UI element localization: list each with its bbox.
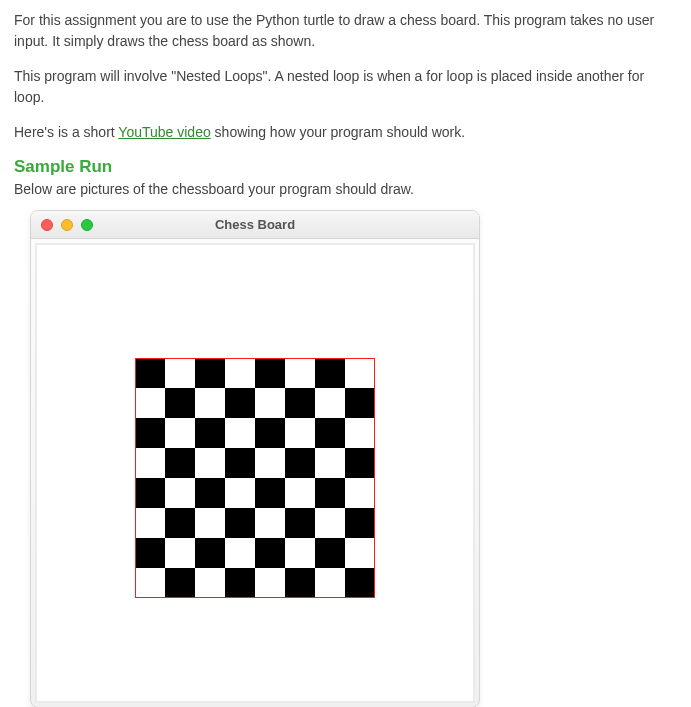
- board-square: [135, 568, 165, 598]
- p3-text-b: showing how your program should work.: [211, 124, 465, 140]
- board-square: [345, 388, 375, 418]
- board-square: [225, 418, 255, 448]
- board-square: [315, 478, 345, 508]
- board-square: [225, 568, 255, 598]
- board-square: [315, 508, 345, 538]
- board-square: [255, 358, 285, 388]
- board-square: [345, 418, 375, 448]
- board-square: [135, 478, 165, 508]
- board-square: [285, 448, 315, 478]
- board-square: [195, 388, 225, 418]
- board-square: [255, 388, 285, 418]
- board-square: [255, 478, 285, 508]
- board-square: [315, 418, 345, 448]
- maximize-icon[interactable]: [81, 219, 93, 231]
- board-square: [255, 568, 285, 598]
- board-square: [195, 448, 225, 478]
- board-square: [225, 538, 255, 568]
- board-square: [195, 508, 225, 538]
- board-square: [195, 358, 225, 388]
- intro-paragraph-3: Here's is a short YouTube video showing …: [14, 122, 677, 143]
- board-square: [255, 448, 285, 478]
- board-square: [195, 478, 225, 508]
- board-square: [345, 538, 375, 568]
- board-square: [285, 358, 315, 388]
- board-square: [285, 478, 315, 508]
- youtube-link[interactable]: YouTube video: [118, 124, 210, 140]
- board-square: [315, 448, 345, 478]
- board-square: [195, 568, 225, 598]
- sample-run-heading: Sample Run: [14, 157, 677, 177]
- intro-paragraph-2: This program will involve "Nested Loops"…: [14, 66, 677, 108]
- board-square: [165, 388, 195, 418]
- board-square: [225, 508, 255, 538]
- board-square: [345, 568, 375, 598]
- board-square: [255, 508, 285, 538]
- board-square: [135, 538, 165, 568]
- board-square: [225, 478, 255, 508]
- board-square: [195, 538, 225, 568]
- board-square: [165, 448, 195, 478]
- traffic-lights: [41, 219, 93, 231]
- board-square: [135, 358, 165, 388]
- window-title: Chess Board: [31, 217, 479, 232]
- intro-paragraph-1: For this assignment you are to use the P…: [14, 10, 677, 52]
- board-square: [345, 448, 375, 478]
- board-square: [315, 358, 345, 388]
- board-square: [315, 538, 345, 568]
- board-square: [285, 418, 315, 448]
- board-square: [345, 508, 375, 538]
- board-square: [285, 568, 315, 598]
- board-square: [315, 388, 345, 418]
- sample-run-subtext: Below are pictures of the chessboard you…: [14, 179, 677, 200]
- board-square: [135, 418, 165, 448]
- board-square: [165, 478, 195, 508]
- board-square: [285, 388, 315, 418]
- board-square: [165, 418, 195, 448]
- board-square: [255, 418, 285, 448]
- board-square: [165, 568, 195, 598]
- window-titlebar: Chess Board: [31, 211, 479, 239]
- minimize-icon[interactable]: [61, 219, 73, 231]
- board-square: [165, 508, 195, 538]
- board-square: [225, 358, 255, 388]
- close-icon[interactable]: [41, 219, 53, 231]
- p3-text-a: Here's is a short: [14, 124, 118, 140]
- board-square: [345, 358, 375, 388]
- board-square: [315, 568, 345, 598]
- board-square: [225, 388, 255, 418]
- chessboard-grid: [135, 358, 375, 598]
- board-square: [165, 358, 195, 388]
- board-square: [135, 388, 165, 418]
- board-square: [165, 538, 195, 568]
- board-square: [255, 538, 285, 568]
- app-window: Chess Board: [30, 210, 480, 707]
- board-square: [285, 508, 315, 538]
- board-square: [135, 508, 165, 538]
- chessboard: [135, 358, 375, 598]
- window-body: [35, 243, 475, 703]
- board-square: [195, 418, 225, 448]
- board-square: [345, 478, 375, 508]
- board-square: [285, 538, 315, 568]
- board-square: [135, 448, 165, 478]
- board-square: [225, 448, 255, 478]
